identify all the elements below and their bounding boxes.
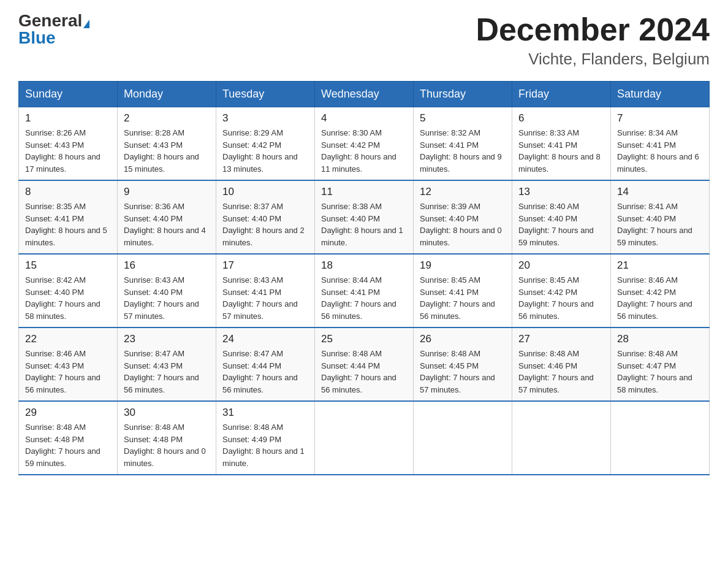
day-number: 17 <box>222 259 308 272</box>
day-info: Sunrise: 8:30 AMSunset: 4:42 PMDaylight:… <box>321 127 407 175</box>
day-cell: 21Sunrise: 8:46 AMSunset: 4:42 PMDayligh… <box>611 254 710 327</box>
day-cell <box>611 401 710 475</box>
header-sunday: Sunday <box>19 82 118 107</box>
day-info: Sunrise: 8:46 AMSunset: 4:43 PMDaylight:… <box>25 348 111 396</box>
day-cell: 9Sunrise: 8:36 AMSunset: 4:40 PMDaylight… <box>118 180 216 254</box>
day-number: 15 <box>25 259 111 272</box>
day-cell: 2Sunrise: 8:28 AMSunset: 4:43 PMDaylight… <box>118 107 216 181</box>
day-cell <box>414 401 512 475</box>
day-info: Sunrise: 8:26 AMSunset: 4:43 PMDaylight:… <box>25 127 111 175</box>
day-cell: 11Sunrise: 8:38 AMSunset: 4:40 PMDayligh… <box>315 180 414 254</box>
day-cell: 14Sunrise: 8:41 AMSunset: 4:40 PMDayligh… <box>611 180 710 254</box>
header-wednesday: Wednesday <box>315 82 414 107</box>
day-info: Sunrise: 8:46 AMSunset: 4:42 PMDaylight:… <box>617 274 703 322</box>
day-cell: 30Sunrise: 8:48 AMSunset: 4:48 PMDayligh… <box>118 401 216 475</box>
day-info: Sunrise: 8:47 AMSunset: 4:43 PMDaylight:… <box>124 348 210 396</box>
day-cell: 19Sunrise: 8:45 AMSunset: 4:41 PMDayligh… <box>414 254 512 327</box>
day-number: 7 <box>617 112 703 124</box>
header-friday: Friday <box>512 82 611 107</box>
day-number: 29 <box>25 407 111 419</box>
day-info: Sunrise: 8:48 AMSunset: 4:48 PMDaylight:… <box>25 421 111 469</box>
day-cell: 13Sunrise: 8:40 AMSunset: 4:40 PMDayligh… <box>512 180 611 254</box>
logo: General Blue <box>18 12 89 47</box>
day-info: Sunrise: 8:38 AMSunset: 4:40 PMDaylight:… <box>321 201 407 248</box>
day-cell <box>315 401 414 475</box>
day-number: 10 <box>222 186 308 198</box>
day-info: Sunrise: 8:45 AMSunset: 4:42 PMDaylight:… <box>518 274 604 322</box>
logo-general-text: General <box>18 11 82 30</box>
day-cell: 12Sunrise: 8:39 AMSunset: 4:40 PMDayligh… <box>414 180 512 254</box>
day-number: 9 <box>124 186 210 198</box>
day-number: 6 <box>518 112 604 124</box>
day-number: 25 <box>321 333 407 345</box>
title-block: December 2024 Vichte, Flanders, Belgium <box>476 12 710 69</box>
page-header: General Blue December 2024 Vichte, Fland… <box>18 12 710 69</box>
day-info: Sunrise: 8:48 AMSunset: 4:47 PMDaylight:… <box>617 348 703 396</box>
day-cell <box>512 401 611 475</box>
calendar-body: 1Sunrise: 8:26 AMSunset: 4:43 PMDaylight… <box>19 107 710 475</box>
day-info: Sunrise: 8:37 AMSunset: 4:40 PMDaylight:… <box>222 201 308 248</box>
day-cell: 28Sunrise: 8:48 AMSunset: 4:47 PMDayligh… <box>611 327 710 401</box>
day-info: Sunrise: 8:44 AMSunset: 4:41 PMDaylight:… <box>321 274 407 322</box>
day-number: 8 <box>25 186 111 198</box>
day-cell: 24Sunrise: 8:47 AMSunset: 4:44 PMDayligh… <box>216 327 315 401</box>
week-row-5: 29Sunrise: 8:48 AMSunset: 4:48 PMDayligh… <box>19 401 710 475</box>
day-cell: 26Sunrise: 8:48 AMSunset: 4:45 PMDayligh… <box>414 327 512 401</box>
day-info: Sunrise: 8:34 AMSunset: 4:41 PMDaylight:… <box>617 127 703 175</box>
day-cell: 5Sunrise: 8:32 AMSunset: 4:41 PMDaylight… <box>414 107 512 181</box>
day-number: 20 <box>518 259 604 272</box>
day-cell: 17Sunrise: 8:43 AMSunset: 4:41 PMDayligh… <box>216 254 315 327</box>
day-number: 1 <box>25 112 111 124</box>
day-number: 31 <box>222 407 308 419</box>
day-number: 24 <box>222 333 308 345</box>
day-number: 28 <box>617 333 703 345</box>
calendar-header: SundayMondayTuesdayWednesdayThursdayFrid… <box>19 82 710 107</box>
day-cell: 25Sunrise: 8:48 AMSunset: 4:44 PMDayligh… <box>315 327 414 401</box>
day-info: Sunrise: 8:48 AMSunset: 4:44 PMDaylight:… <box>321 348 407 396</box>
day-number: 18 <box>321 259 407 272</box>
day-cell: 22Sunrise: 8:46 AMSunset: 4:43 PMDayligh… <box>19 327 118 401</box>
day-info: Sunrise: 8:28 AMSunset: 4:43 PMDaylight:… <box>124 127 210 175</box>
header-tuesday: Tuesday <box>216 82 315 107</box>
day-cell: 8Sunrise: 8:35 AMSunset: 4:41 PMDaylight… <box>19 180 118 254</box>
day-number: 11 <box>321 186 407 198</box>
day-info: Sunrise: 8:29 AMSunset: 4:42 PMDaylight:… <box>222 127 308 175</box>
day-cell: 16Sunrise: 8:43 AMSunset: 4:40 PMDayligh… <box>118 254 216 327</box>
logo-triangle-icon <box>83 20 89 28</box>
day-number: 21 <box>617 259 703 272</box>
day-info: Sunrise: 8:48 AMSunset: 4:46 PMDaylight:… <box>518 348 604 396</box>
day-info: Sunrise: 8:41 AMSunset: 4:40 PMDaylight:… <box>617 201 703 248</box>
logo-blue-text: Blue <box>18 28 56 47</box>
day-cell: 23Sunrise: 8:47 AMSunset: 4:43 PMDayligh… <box>118 327 216 401</box>
day-info: Sunrise: 8:33 AMSunset: 4:41 PMDaylight:… <box>518 127 604 175</box>
day-number: 30 <box>124 407 210 419</box>
day-info: Sunrise: 8:39 AMSunset: 4:40 PMDaylight:… <box>420 201 506 248</box>
day-cell: 4Sunrise: 8:30 AMSunset: 4:42 PMDaylight… <box>315 107 414 181</box>
logo-top-line: General <box>18 12 89 29</box>
day-cell: 1Sunrise: 8:26 AMSunset: 4:43 PMDaylight… <box>19 107 118 181</box>
header-saturday: Saturday <box>611 82 710 107</box>
month-title: December 2024 <box>476 12 710 47</box>
day-cell: 27Sunrise: 8:48 AMSunset: 4:46 PMDayligh… <box>512 327 611 401</box>
day-number: 19 <box>420 259 506 272</box>
day-info: Sunrise: 8:36 AMSunset: 4:40 PMDaylight:… <box>124 201 210 248</box>
location-title: Vichte, Flanders, Belgium <box>476 50 710 69</box>
day-cell: 20Sunrise: 8:45 AMSunset: 4:42 PMDayligh… <box>512 254 611 327</box>
day-info: Sunrise: 8:48 AMSunset: 4:48 PMDaylight:… <box>124 421 210 469</box>
day-number: 5 <box>420 112 506 124</box>
week-row-3: 15Sunrise: 8:42 AMSunset: 4:40 PMDayligh… <box>19 254 710 327</box>
day-number: 3 <box>222 112 308 124</box>
day-info: Sunrise: 8:47 AMSunset: 4:44 PMDaylight:… <box>222 348 308 396</box>
day-info: Sunrise: 8:43 AMSunset: 4:40 PMDaylight:… <box>124 274 210 322</box>
day-cell: 10Sunrise: 8:37 AMSunset: 4:40 PMDayligh… <box>216 180 315 254</box>
week-row-2: 8Sunrise: 8:35 AMSunset: 4:41 PMDaylight… <box>19 180 710 254</box>
day-number: 26 <box>420 333 506 345</box>
day-number: 27 <box>518 333 604 345</box>
day-cell: 7Sunrise: 8:34 AMSunset: 4:41 PMDaylight… <box>611 107 710 181</box>
day-number: 22 <box>25 333 111 345</box>
day-number: 12 <box>420 186 506 198</box>
day-number: 2 <box>124 112 210 124</box>
day-number: 16 <box>124 259 210 272</box>
header-monday: Monday <box>118 82 216 107</box>
day-cell: 29Sunrise: 8:48 AMSunset: 4:48 PMDayligh… <box>19 401 118 475</box>
